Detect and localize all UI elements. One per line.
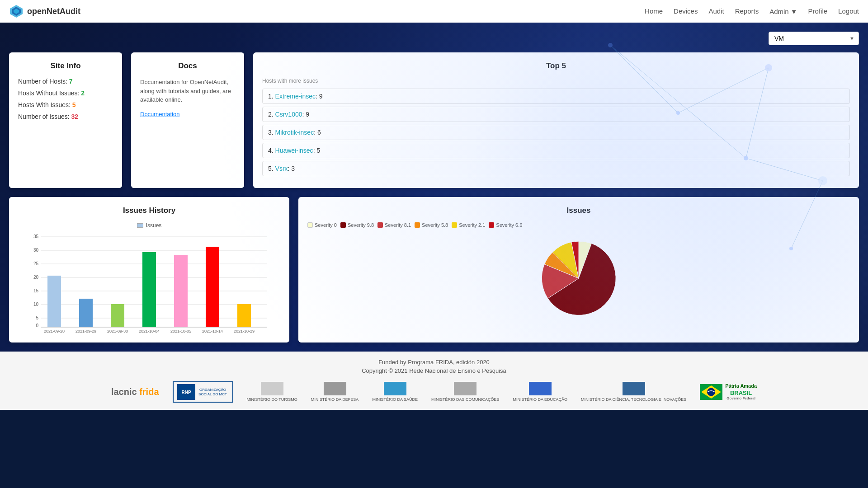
footer: Funded by Programa FRIDA, edición 2020 C… xyxy=(0,352,868,410)
bar-4 xyxy=(142,252,156,327)
legend-label-sev0: Severity 0 xyxy=(315,222,337,228)
bar-chart-svg: 35 30 25 20 15 10 5 0 xyxy=(18,232,280,332)
issues-pie-card: Issues Severity 0 Severity 9.8 Severity … xyxy=(298,197,859,343)
top5-card: Top 5 Hosts with more issues 1. Extreme-… xyxy=(253,52,859,188)
docs-link[interactable]: Documentation xyxy=(140,111,179,117)
top5-item-4: 4. Huawei-insec: 5 xyxy=(262,143,850,158)
site-info-card: Site Info Number of Hosts: 7 Hosts Witho… xyxy=(9,52,122,188)
legend-dot-sev58 xyxy=(415,222,420,228)
rnp-subtitle: ORGANIZAÇÃO SOCIAL DO MCT xyxy=(197,388,229,396)
dropdown-arrow-icon: ▼ xyxy=(791,8,797,15)
brasil-text: Pátria Amada BRASIL Governo Federal xyxy=(725,383,757,400)
nav-home[interactable]: Home xyxy=(645,7,663,15)
svg-text:2021-10-14: 2021-10-14 xyxy=(202,329,223,333)
nav-audit[interactable]: Audit xyxy=(708,7,724,15)
svg-text:25: 25 xyxy=(33,261,39,266)
nav-devices[interactable]: Devices xyxy=(674,7,698,15)
docs-title: Docs xyxy=(140,61,235,70)
legend-dot-sev0 xyxy=(307,222,313,228)
vm-select-wrapper: VM xyxy=(769,32,859,45)
top5-link-2[interactable]: Csrv1000 xyxy=(275,111,302,118)
bar-7 xyxy=(237,304,251,327)
top5-item-5: 5. Vsrx: 3 xyxy=(262,161,850,176)
legend-severity-8-1: Severity 8.1 xyxy=(377,222,411,228)
svg-text:2021-09-30: 2021-09-30 xyxy=(107,329,128,333)
charts-row: Issues History Issues 35 30 25 20 xyxy=(9,197,859,343)
issues-count-value: 32 xyxy=(71,113,79,120)
legend-dot-sev66 xyxy=(489,222,494,228)
brasil-logo: Pátria Amada BRASIL Governo Federal xyxy=(700,383,757,400)
bar-6 xyxy=(206,247,219,327)
vm-select-container: VM xyxy=(9,32,859,45)
pie-legend: Severity 0 Severity 9.8 Severity 8.1 Sev… xyxy=(307,222,850,228)
nav-profile[interactable]: Profile xyxy=(808,7,828,15)
legend-severity-5-8: Severity 5.8 xyxy=(415,222,448,228)
brand-icon xyxy=(9,4,24,19)
site-info-title: Site Info xyxy=(18,61,113,70)
svg-text:0: 0 xyxy=(36,323,38,328)
nav-links: Home Devices Audit Reports Admin ▼ Profi… xyxy=(645,7,859,15)
issues-pie-title: Issues xyxy=(307,206,850,215)
legend-severity-0: Severity 0 xyxy=(307,222,337,228)
issues-history-card: Issues History Issues 35 30 25 20 xyxy=(9,197,289,343)
top5-link-5[interactable]: Vsrx xyxy=(275,165,288,172)
bar-1 xyxy=(47,276,61,327)
svg-text:30: 30 xyxy=(33,248,39,253)
nav-logout[interactable]: Logout xyxy=(838,7,859,15)
top5-link-4[interactable]: Huawei-insec xyxy=(275,147,313,154)
ministry-turismo: MINISTÉRIO DO TURISMO xyxy=(247,382,297,403)
hosts-label: Number of Hosts: xyxy=(18,78,67,85)
brand-logo-link[interactable]: openNetAudit xyxy=(9,4,80,19)
legend-dot-sev98 xyxy=(340,222,346,228)
legend-severity-2-1: Severity 2.1 xyxy=(452,222,485,228)
issues-count-label: Number of Issues: xyxy=(18,113,70,120)
docs-card: Docs Documentation for OpenNetAudit, alo… xyxy=(131,52,244,188)
legend-label-issues: Issues xyxy=(146,222,162,229)
lacnic-frida-logo: lacnic frida xyxy=(111,387,159,397)
hosts-with-issues-value: 5 xyxy=(72,101,76,108)
top5-link-1[interactable]: Extreme-insec xyxy=(275,93,316,100)
svg-text:2021-10-05: 2021-10-05 xyxy=(170,329,191,333)
rnp-icon: RNP xyxy=(177,384,195,400)
svg-text:5: 5 xyxy=(36,315,38,320)
bar-3 xyxy=(111,304,124,327)
ministry-educacao: MINISTÉRIO DA EDUCAÇÃO xyxy=(513,382,567,403)
ministry-ciencia-icon xyxy=(623,382,645,395)
svg-text:15: 15 xyxy=(33,288,39,293)
legend-severity-9-8: Severity 9.8 xyxy=(340,222,374,228)
lacnic-text: lacnic frida xyxy=(111,387,159,397)
hosts-count-row: Number of Hosts: 7 xyxy=(18,78,113,85)
ministry-defesa-icon xyxy=(324,382,346,395)
top5-title: Top 5 xyxy=(262,61,850,70)
navbar: openNetAudit Home Devices Audit Reports … xyxy=(0,0,868,23)
svg-text:35: 35 xyxy=(33,234,39,239)
legend-label-sev58: Severity 5.8 xyxy=(422,222,448,228)
docs-description: Documentation for OpenNetAudit, along wi… xyxy=(140,78,235,104)
hosts-with-issues-label: Hosts With Issues: xyxy=(18,101,71,108)
legend-label-sev66: Severity 6.6 xyxy=(496,222,522,228)
top5-link-3[interactable]: Mikrotik-insec xyxy=(275,129,314,136)
top5-list: 1. Extreme-insec: 9 2. Csrv1000: 9 3. Mi… xyxy=(262,89,850,176)
brand-name: openNetAudit xyxy=(27,7,80,16)
legend-severity-6-6: Severity 6.6 xyxy=(489,222,522,228)
issues-history-title: Issues History xyxy=(18,206,280,215)
footer-line2: Copyright © 2021 Rede Nacional de Ensino… xyxy=(9,367,859,374)
legend-label-sev98: Severity 9.8 xyxy=(348,222,374,228)
bar-2 xyxy=(79,299,93,327)
bar-5 xyxy=(174,255,188,327)
ministry-ciencia: MINISTÉRIO DA CIÊNCIA, TECNOLOGIA E INOV… xyxy=(581,382,686,403)
ministry-saude-icon xyxy=(384,382,406,395)
ministry-educacao-icon xyxy=(529,382,552,395)
svg-text:RNP: RNP xyxy=(181,390,191,395)
svg-text:2021-10-29: 2021-10-29 xyxy=(234,329,255,333)
svg-text:2021-10-04: 2021-10-04 xyxy=(139,329,160,333)
footer-logos: lacnic frida RNP ORGANIZAÇÃO SOCIAL DO M… xyxy=(9,381,859,403)
issues-count-row: Number of Issues: 32 xyxy=(18,113,113,120)
legend-label-sev81: Severity 8.1 xyxy=(385,222,411,228)
top5-item-3: 3. Mikrotik-insec: 6 xyxy=(262,125,850,140)
legend-dot-sev81 xyxy=(377,222,383,228)
nav-admin-dropdown[interactable]: Admin ▼ xyxy=(769,8,797,15)
nav-reports[interactable]: Reports xyxy=(735,7,759,15)
vm-select[interactable]: VM xyxy=(769,32,859,45)
ministry-defesa: MINISTÉRIO DA DEFESA xyxy=(311,382,359,403)
